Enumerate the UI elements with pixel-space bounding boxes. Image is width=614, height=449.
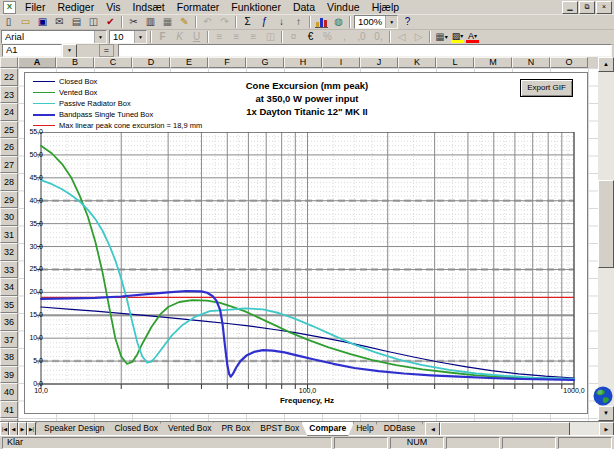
column-header-G[interactable]: G: [246, 57, 284, 68]
font-size-dropdown-icon[interactable]: ▼: [134, 31, 146, 43]
column-header-K[interactable]: K: [398, 57, 436, 68]
equals-button[interactable]: =: [99, 44, 114, 57]
chart-object[interactable]: Cone Excursion (mm peak) at 350,0 W powe…: [24, 72, 588, 414]
column-header-N[interactable]: N: [512, 57, 550, 68]
horizontal-scroll-track[interactable]: [570, 422, 599, 436]
paste-button[interactable]: ▦: [159, 15, 176, 29]
save-button[interactable]: ▣: [34, 15, 51, 29]
row-header-31[interactable]: 31: [0, 226, 18, 244]
row-header-27[interactable]: 27: [0, 156, 18, 174]
font-name-dropdown-icon[interactable]: ▼: [94, 31, 106, 43]
tab-closed-box[interactable]: Closed Box: [106, 422, 165, 436]
row-header-36[interactable]: 36: [0, 313, 18, 331]
row-header-32[interactable]: 32: [0, 243, 18, 261]
row-header-37[interactable]: 37: [0, 331, 18, 349]
select-all-corner[interactable]: [0, 57, 18, 68]
scroll-up-icon[interactable]: ▲: [598, 57, 614, 72]
row-header-23[interactable]: 23: [0, 86, 18, 104]
zoom-combo[interactable]: 100%▼: [354, 15, 398, 29]
map-button[interactable]: ◍: [330, 15, 347, 29]
dropdown-arrow-icon[interactable]: ▾: [445, 33, 448, 40]
tab-ddbase[interactable]: DDBase: [376, 422, 424, 436]
cut-button[interactable]: ✂: [125, 15, 142, 29]
new-workbook-button[interactable]: ▯: [0, 15, 17, 29]
copy-button[interactable]: ▥: [142, 15, 159, 29]
column-header-F[interactable]: F: [208, 57, 246, 68]
tab-bpst-box[interactable]: BPST Box: [252, 422, 307, 436]
autosum-button[interactable]: Σ: [239, 15, 256, 29]
font-size-combo[interactable]: 10▼: [109, 30, 147, 44]
menu-vindue[interactable]: Vindue: [321, 1, 366, 14]
menu-rediger[interactable]: Rediger: [51, 1, 100, 14]
column-header-A[interactable]: A: [18, 57, 56, 68]
row-header-26[interactable]: 26: [0, 138, 18, 156]
scroll-down-icon[interactable]: ▼: [598, 406, 614, 421]
chart-wizard-button[interactable]: [313, 15, 330, 29]
legend-item[interactable]: Passive Radiator Box: [33, 98, 202, 109]
column-header-J[interactable]: J: [360, 57, 398, 68]
column-header-I[interactable]: I: [322, 57, 360, 68]
horizontal-scroll-thumb[interactable]: [440, 422, 570, 436]
first-sheet-button[interactable]: |◀: [0, 422, 9, 436]
tab-speaker-design[interactable]: Speaker Design: [36, 422, 112, 436]
sort-ascending-button[interactable]: ↓: [273, 15, 290, 29]
column-header-B[interactable]: B: [56, 57, 94, 68]
column-header-D[interactable]: D: [132, 57, 170, 68]
row-header-22[interactable]: 22: [0, 68, 18, 86]
column-header-L[interactable]: L: [436, 57, 474, 68]
row-header-40[interactable]: 40: [0, 383, 18, 401]
column-header-H[interactable]: H: [284, 57, 322, 68]
menu-funktioner[interactable]: Funktioner: [225, 1, 287, 14]
export-gif-button[interactable]: Export GIF: [520, 79, 573, 97]
legend-item[interactable]: Closed Box: [33, 76, 202, 87]
row-header-38[interactable]: 38: [0, 348, 18, 366]
row-header-29[interactable]: 29: [0, 191, 18, 209]
prev-sheet-button[interactable]: ◀: [9, 422, 18, 436]
scroll-left-icon[interactable]: ◀: [425, 422, 440, 436]
format-painter-button[interactable]: ✎: [176, 15, 193, 29]
menu-vis[interactable]: Vis: [100, 1, 126, 14]
scroll-right-icon[interactable]: ▶: [599, 422, 614, 436]
menu-indsaet[interactable]: Indsæt: [127, 1, 171, 14]
legend-item[interactable]: Bandpass Single Tuned Box: [33, 109, 202, 120]
print-preview-button[interactable]: ◫: [85, 15, 102, 29]
column-header-C[interactable]: C: [94, 57, 132, 68]
menu-filer[interactable]: Filer: [19, 1, 51, 14]
tab-compare[interactable]: Compare: [301, 422, 354, 436]
name-box[interactable]: A1: [2, 44, 62, 57]
font-name-combo[interactable]: Arial▼: [1, 30, 107, 44]
tab-pr-box[interactable]: PR Box: [213, 422, 258, 436]
sort-descending-button[interactable]: ↑: [290, 15, 307, 29]
help-button[interactable]: ?: [399, 15, 416, 29]
fill-color-button[interactable]: ▨▾: [450, 31, 465, 43]
next-sheet-button[interactable]: ▶: [18, 422, 27, 436]
row-header-39[interactable]: 39: [0, 366, 18, 384]
column-header-E[interactable]: E: [170, 57, 208, 68]
font-color-button[interactable]: A▾: [465, 31, 480, 43]
vertical-scrollbar[interactable]: ▲ ▼: [598, 57, 614, 421]
menu-data[interactable]: Data: [287, 1, 321, 14]
column-header-M[interactable]: M: [474, 57, 512, 68]
restore-button[interactable]: ⧉: [579, 1, 595, 14]
row-header-35[interactable]: 35: [0, 296, 18, 314]
row-header-24[interactable]: 24: [0, 103, 18, 121]
row-header-34[interactable]: 34: [0, 278, 18, 296]
minimize-button[interactable]: ▁: [562, 1, 578, 14]
row-header-28[interactable]: 28: [0, 173, 18, 191]
zoom-dropdown-icon[interactable]: ▼: [385, 16, 397, 28]
spelling-button[interactable]: ✔: [102, 15, 119, 29]
borders-button[interactable]: ▦▾: [433, 30, 450, 44]
euro-button[interactable]: €: [302, 30, 319, 44]
row-header-41[interactable]: 41: [0, 401, 18, 419]
paste-function-button[interactable]: ƒ: [256, 15, 273, 29]
horizontal-scrollbar[interactable]: ◀ ▶: [425, 422, 614, 436]
legend-item[interactable]: Vented Box: [33, 87, 202, 98]
email-button[interactable]: ✉: [51, 15, 68, 29]
row-header-33[interactable]: 33: [0, 261, 18, 279]
menu-formater[interactable]: Formater: [171, 1, 226, 14]
row-header-25[interactable]: 25: [0, 121, 18, 139]
tab-vented-box[interactable]: Vented Box: [160, 422, 219, 436]
vertical-scroll-thumb[interactable]: [598, 180, 614, 268]
menu-hjaelp[interactable]: Hjælp: [366, 1, 405, 14]
formula-input[interactable]: [118, 44, 612, 57]
